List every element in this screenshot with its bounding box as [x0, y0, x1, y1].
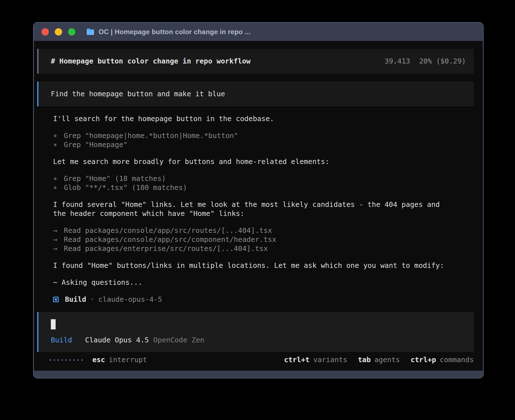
- input-line[interactable]: [51, 319, 466, 329]
- agent-name: Build: [65, 295, 86, 304]
- variants-label: variants: [313, 355, 347, 364]
- hint-variants: ctrl+t variants: [284, 355, 347, 364]
- progress-dots: [50, 359, 83, 361]
- progress-dot: [66, 359, 67, 361]
- hint-interrupt: esc interrupt: [92, 355, 147, 364]
- progress-dot: [69, 359, 71, 361]
- assistant-paragraph: I found "Home" buttons/links in multiple…: [53, 261, 455, 270]
- tool-call-text: Grep "homepage|home.*button|Home.*button…: [64, 131, 238, 140]
- agent-separator: ·: [90, 295, 94, 304]
- ctrl-p-key: ctrl+p: [411, 355, 436, 364]
- user-message-text: Find the homepage button and make it blu…: [51, 90, 225, 98]
- tool-call-text: Grep "Homepage": [64, 140, 128, 149]
- tool-call: ∗ Grep "homepage|home.*button|Home.*butt…: [53, 131, 474, 140]
- working-status: ~ Asking questions...: [53, 278, 455, 287]
- tool-marker-icon: ∗: [53, 183, 64, 192]
- tool-call: ∗ Grep "Home" (18 matches): [53, 174, 474, 183]
- traffic-lights: [42, 28, 75, 36]
- tool-call: → Read packages/enterprise/src/routes/[.…: [53, 244, 474, 253]
- progress-dot: [50, 359, 51, 361]
- tool-call-text: Read packages/console/app/src/component/…: [64, 235, 276, 244]
- input-model-label: Claude Opus 4.5: [85, 336, 149, 345]
- progress-dot: [81, 359, 83, 361]
- tool-call-text: Read packages/enterprise/src/routes/[...…: [64, 244, 268, 253]
- tool-call: ∗ Grep "Homepage": [53, 140, 474, 149]
- agent-model: claude-opus-4-5: [98, 295, 162, 304]
- tool-call-group: → Read packages/console/app/src/routes/[…: [53, 226, 474, 253]
- footer-hints: esc interrupt ctrl+t variants tab agents…: [37, 353, 474, 367]
- read-arrow-icon: →: [53, 244, 64, 253]
- session-title: # Homepage button color change in repo w…: [51, 57, 250, 66]
- tool-marker-icon: ∗: [53, 131, 64, 140]
- assistant-paragraph: Let me search more broadly for buttons a…: [53, 157, 455, 166]
- tool-call-text: Read packages/console/app/src/routes/[..…: [64, 226, 272, 235]
- agent-build-icon: [53, 297, 59, 302]
- folder-icon: [86, 28, 95, 36]
- minimize-button[interactable]: [55, 28, 62, 36]
- window-bottom-chrome: [34, 371, 483, 378]
- tool-marker-icon: ∗: [53, 140, 64, 149]
- hint-commands: ctrl+p commands: [411, 355, 474, 364]
- tool-call: ∗ Glob "**/*.tsx" (100 matches): [53, 183, 474, 192]
- session-stats: 39,413 20% ($0.29): [385, 57, 466, 66]
- tool-marker-icon: ∗: [53, 174, 64, 183]
- tab-key: tab: [358, 355, 371, 364]
- ctrl-t-key: ctrl+t: [284, 355, 309, 364]
- tool-call: → Read packages/console/app/src/componen…: [53, 235, 474, 244]
- tool-call-text: Grep "Home" (18 matches): [64, 174, 166, 183]
- prompt-input[interactable]: Build Claude Opus 4.5 OpenCode Zen: [37, 312, 474, 352]
- tool-call-group: ∗ Grep "homepage|home.*button|Home.*butt…: [53, 131, 474, 149]
- tool-call-text: Glob "**/*.tsx" (100 matches): [64, 183, 187, 192]
- agent-row: Build · claude-opus-4-5: [53, 295, 474, 304]
- assistant-paragraph: I found several "Home" links. Let me loo…: [53, 200, 455, 218]
- terminal-content: # Homepage button color change in repo w…: [34, 41, 483, 371]
- input-provider-label: OpenCode Zen: [153, 336, 204, 345]
- progress-dot: [54, 359, 55, 361]
- progress-dot: [73, 359, 75, 361]
- tool-call-group: ∗ Grep "Home" (18 matches) ∗ Glob "**/*.…: [53, 174, 474, 192]
- commands-label: commands: [440, 355, 474, 364]
- window-title: OC | Homepage button color change in rep…: [99, 28, 250, 36]
- titlebar[interactable]: OC | Homepage button color change in rep…: [34, 23, 483, 41]
- read-arrow-icon: →: [53, 235, 64, 244]
- input-agent-label: Build: [51, 336, 72, 345]
- session-header: # Homepage button color change in repo w…: [37, 49, 474, 74]
- close-button[interactable]: [42, 28, 49, 36]
- footer-hints-right: ctrl+t variants tab agents ctrl+p comman…: [284, 355, 474, 364]
- text-cursor: [51, 319, 56, 329]
- hint-agents: tab agents: [358, 355, 400, 364]
- agents-label: agents: [374, 355, 400, 364]
- model-status-line: Build Claude Opus 4.5 OpenCode Zen: [51, 336, 466, 345]
- esc-key: esc: [92, 355, 105, 364]
- context-usage: 20% ($0.29): [419, 57, 466, 66]
- progress-dot: [77, 359, 79, 361]
- progress-dot: [58, 359, 59, 361]
- tool-call: → Read packages/console/app/src/routes/[…: [53, 226, 474, 235]
- read-arrow-icon: →: [53, 226, 64, 235]
- terminal-window: OC | Homepage button color change in rep…: [33, 22, 484, 379]
- user-message: Find the homepage button and make it blu…: [37, 82, 474, 106]
- assistant-paragraph: I'll search for the homepage button in t…: [53, 114, 455, 123]
- progress-dot: [62, 359, 63, 361]
- token-count: 39,413: [385, 57, 410, 66]
- esc-label: interrupt: [109, 355, 147, 364]
- zoom-button[interactable]: [68, 28, 75, 36]
